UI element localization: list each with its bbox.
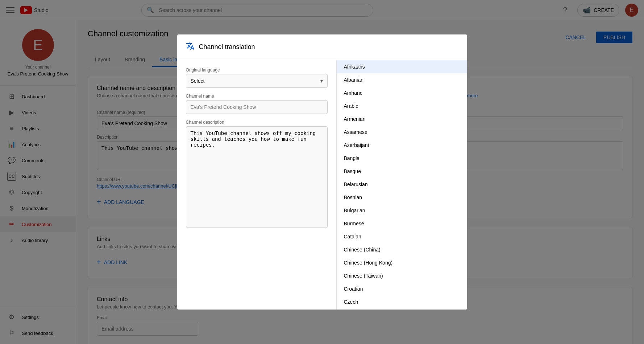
channel-desc-label: Channel description <box>186 120 328 125</box>
language-item-chinese-taiwan[interactable]: Chinese (Taiwan) <box>337 269 467 282</box>
dropdown-arrow-icon: ▾ <box>320 78 323 84</box>
language-item-danish[interactable]: Danish <box>337 308 467 310</box>
language-item-armenian[interactable]: Armenian <box>337 112 467 126</box>
original-language-select[interactable]: Select ▾ <box>186 74 328 88</box>
language-item-chinese-china[interactable]: Chinese (China) <box>337 243 467 256</box>
channel-translation-dialog: Channel translation Original language Se… <box>177 34 467 310</box>
channel-desc-field: Channel description This YouTube channel… <box>186 120 328 229</box>
channel-name-field: Channel name <box>186 94 328 120</box>
language-list: AfrikaansAlbanianAmharicArabicArmenianAs… <box>337 60 467 310</box>
language-item-belarusian[interactable]: Belarusian <box>337 178 467 191</box>
original-language-selector: Original language Select ▾ <box>186 67 328 88</box>
channel-name-dialog-input[interactable] <box>186 100 328 114</box>
language-item-chinese-hong-kong[interactable]: Chinese (Hong Kong) <box>337 256 467 269</box>
language-item-amharic[interactable]: Amharic <box>337 86 467 99</box>
language-list-panel: AfrikaansAlbanianAmharicArabicArmenianAs… <box>337 60 467 310</box>
dialog-form: Original language Select ▾ Channel name … <box>177 60 337 310</box>
language-item-arabic[interactable]: Arabic <box>337 99 467 112</box>
translate-icon <box>186 42 195 53</box>
dialog-header: Channel translation <box>177 34 467 60</box>
language-item-albanian[interactable]: Albanian <box>337 73 467 86</box>
channel-desc-dialog-input[interactable]: This YouTube channel shows off my cookin… <box>186 126 328 228</box>
language-item-burmese[interactable]: Burmese <box>337 217 467 230</box>
select-value: Select <box>191 78 205 84</box>
dialog-content: Original language Select ▾ Channel name … <box>177 60 467 310</box>
language-item-assamese[interactable]: Assamese <box>337 126 467 139</box>
dialog-overlay[interactable]: Channel translation Original language Se… <box>0 0 644 344</box>
channel-name-label: Channel name <box>186 94 328 99</box>
language-item-afrikaans[interactable]: Afrikaans <box>337 60 467 73</box>
language-item-bulgarian[interactable]: Bulgarian <box>337 204 467 217</box>
language-item-bangla[interactable]: Bangla <box>337 152 467 165</box>
language-item-bosnian[interactable]: Bosnian <box>337 191 467 204</box>
language-item-croatian[interactable]: Croatian <box>337 282 467 295</box>
language-item-basque[interactable]: Basque <box>337 165 467 178</box>
language-item-azerbaijani[interactable]: Azerbaijani <box>337 139 467 152</box>
original-language-label: Original language <box>186 67 328 73</box>
dialog-title: Channel translation <box>199 43 255 51</box>
language-item-czech[interactable]: Czech <box>337 295 467 308</box>
language-item-catalan[interactable]: Catalan <box>337 230 467 243</box>
